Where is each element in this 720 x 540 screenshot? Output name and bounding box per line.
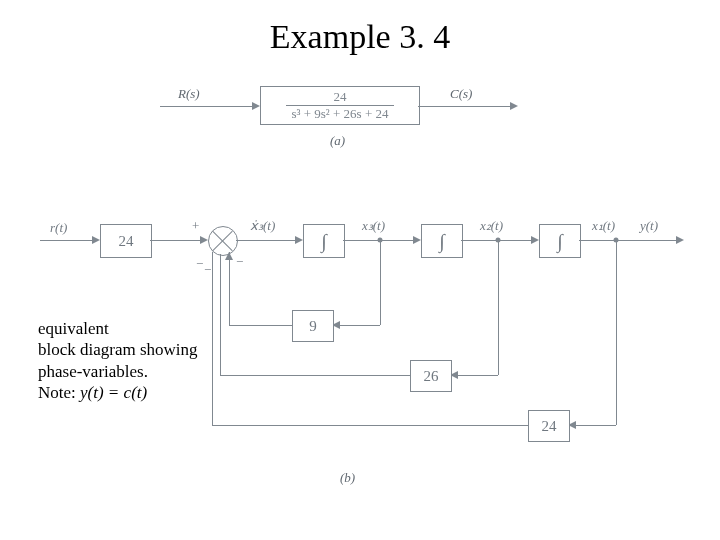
feedback-9-box: 9 [292, 310, 334, 342]
caption-l3: phase-variables. [38, 361, 238, 382]
label-C: C(s) [450, 86, 472, 102]
feedback-26-box: 26 [410, 360, 452, 392]
label-R: R(s) [178, 86, 200, 102]
diagram-a: R(s) 24 s³ + 9s² + 26s + 24 C(s) (a) [160, 78, 540, 158]
label-r: r(t) [50, 220, 67, 236]
integrator-2: ∫ [421, 224, 463, 258]
sum-minus-2: − [204, 262, 211, 278]
transfer-function-box: 24 s³ + 9s² + 26s + 24 [260, 86, 420, 125]
label-x2: x₂(t) [480, 218, 503, 234]
caption-l4b: y(t) = c(t) [80, 383, 147, 402]
label-x1: x₁(t) [592, 218, 615, 234]
label-y: y(t) [640, 218, 658, 234]
sum-minus-3: − [196, 256, 203, 272]
tf-numerator: 24 [286, 89, 395, 106]
integrator-1: ∫ [303, 224, 345, 258]
feedback-24-box: 24 [528, 410, 570, 442]
page-title: Example 3. 4 [0, 18, 720, 56]
integrator-3: ∫ [539, 224, 581, 258]
gain-24-box: 24 [100, 224, 152, 258]
caption-l4a: Note: [38, 383, 80, 402]
label-x3dot: ẋ₃(t) [250, 218, 275, 234]
caption-l1: equivalent [38, 318, 238, 339]
caption-block: equivalent block diagram showing phase-v… [38, 318, 238, 403]
subfig-a-tag: (a) [330, 133, 345, 149]
tf-denominator: s³ + 9s² + 26s + 24 [286, 106, 395, 122]
caption-l2: block diagram showing [38, 339, 238, 360]
sum-plus: + [192, 218, 199, 234]
subfig-b-tag: (b) [340, 470, 355, 486]
label-x3: x₃(t) [362, 218, 385, 234]
sum-minus-1: − [236, 254, 243, 270]
